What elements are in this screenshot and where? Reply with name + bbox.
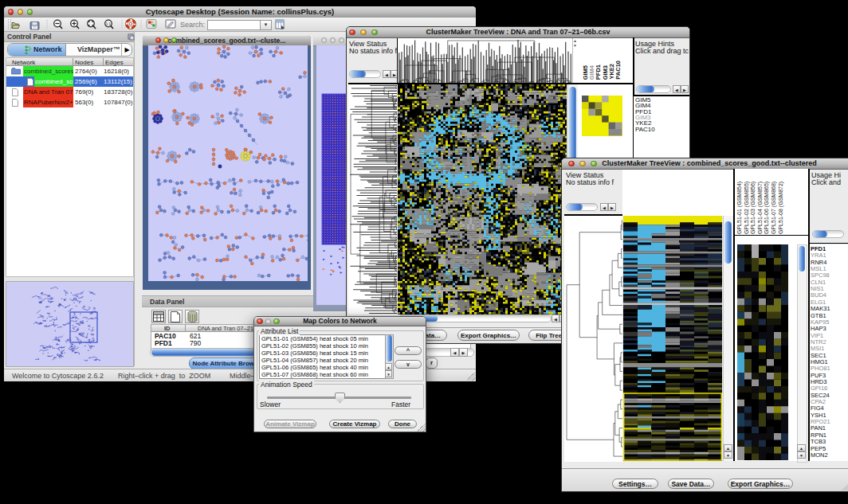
svg-text:1:1: 1:1 bbox=[106, 22, 112, 26]
